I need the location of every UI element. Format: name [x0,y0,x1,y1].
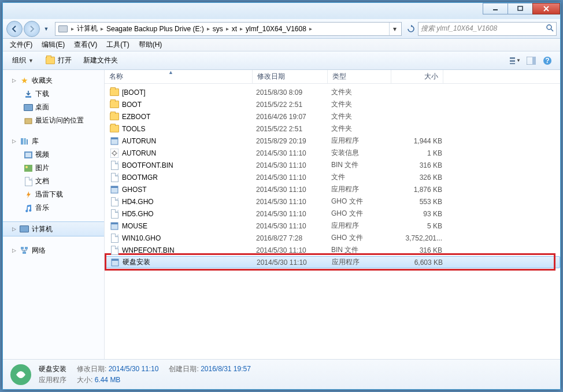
svg-rect-31 [112,259,118,261]
file-name: EZBOOT [122,113,256,121]
document-icon [24,177,33,186]
svg-rect-7 [532,57,536,65]
column-date[interactable]: 修改日期 [253,70,328,83]
file-date: 2016/4/26 19:07 [256,113,331,121]
file-row[interactable]: TOOLS2015/5/22 2:51文件夹 [105,123,560,135]
file-size: 6,603 KB [395,258,443,267]
file-date: 2014/5/30 11:10 [256,161,331,169]
file-size: 553 KB [395,198,442,206]
address-bar[interactable]: ▸ 计算机 ▸ Seagate Backup Plus Drive (E:) ▸… [55,22,402,36]
navigation-pane: ▷★收藏夹 下载 桌面 最近访问的位置 ▷库 视频 图片 文档 迅雷下载 音乐 … [3,70,105,359]
svg-rect-4 [510,60,515,62]
file-row[interactable]: [BOOT]2015/8/30 8:09文件夹 [105,86,560,98]
menu-edit[interactable]: 编辑(E) [37,40,69,50]
file-row[interactable]: 硬盘安装2014/5/30 11:10应用程序6,603 KB [105,256,560,268]
file-icon [109,197,120,207]
file-row[interactable]: HD5.GHO2014/5/30 11:10GHO 文件93 KB [105,208,560,220]
navigation-bar: ▼ ▸ 计算机 ▸ Seagate Backup Plus Drive (E:)… [3,19,560,39]
forward-button[interactable] [24,21,40,37]
details-created: 2016/8/31 19:57 [201,365,251,373]
svg-text:?: ? [545,57,549,65]
close-button[interactable] [532,3,560,14]
svg-point-18 [25,166,28,168]
file-name: BOOTFONT.BIN [122,161,256,169]
file-row[interactable]: GHOST2014/5/30 11:10应用程序1,876 KB [105,183,560,195]
sidebar-item-pictures[interactable]: 图片 [3,161,104,175]
back-button[interactable] [6,21,23,37]
sidebar-item-thunder[interactable]: 迅雷下载 [3,188,104,201]
file-icon [109,136,120,146]
file-size: 1,944 KB [395,137,442,145]
sidebar-favorites[interactable]: ▷★收藏夹 [3,73,104,87]
sidebar-item-downloads[interactable]: 下载 [3,87,104,101]
sidebar-item-recent[interactable]: 最近访问的位置 [3,114,104,127]
menu-file[interactable]: 文件(F) [5,40,37,50]
sidebar-network[interactable]: ▷网络 [3,243,104,257]
file-rows: [BOOT]2015/8/30 8:09文件夹BOOT2015/5/22 2:5… [105,84,560,359]
file-type: 文件夹 [331,87,395,97]
sidebar-computer[interactable]: ▷计算机 [3,221,104,236]
file-icon [109,184,120,195]
file-size: 1,876 KB [395,186,442,194]
search-icon[interactable] [546,24,554,34]
file-date: 2014/5/30 11:10 [256,246,331,254]
file-type: 应用程序 [331,136,395,146]
file-date: 2015/5/22 2:51 [256,101,331,109]
file-row[interactable]: MOUSE2014/5/30 11:10应用程序5 KB [105,220,560,232]
new-folder-button[interactable]: 新建文件夹 [77,53,124,68]
view-options-button[interactable]: ▼ [509,55,521,66]
open-icon [45,56,55,66]
file-row[interactable]: BOOT2015/5/22 2:51文件夹 [105,98,560,110]
menu-help[interactable]: 帮助(H) [134,40,167,50]
file-name: AUTORUN [122,149,256,157]
file-row[interactable]: BOOTMGR2014/5/30 11:10文件326 KB [105,171,560,183]
file-list-pane: ▲ 名称 修改日期 类型 大小 [BOOT]2015/8/30 8:09文件夹B… [105,70,560,359]
history-dropdown[interactable]: ▼ [41,23,51,35]
file-row[interactable]: BOOTFONT.BIN2014/5/30 11:10BIN 文件316 KB [105,159,560,171]
column-size[interactable]: 大小 [391,70,443,83]
file-row[interactable]: WNPEFONT.BIN2014/5/30 11:10BIN 文件316 KB [105,244,560,256]
file-row[interactable]: EZBOOT2016/4/26 19:07文件夹 [105,110,560,123]
file-type: 文件夹 [331,99,395,109]
video-icon [24,150,33,160]
download-icon [24,90,33,99]
file-row[interactable]: AUTORUN2014/5/30 11:10安装信息1 KB [105,147,560,159]
breadcrumb-item[interactable]: Seagate Backup Plus Drive (E:) [105,25,205,33]
file-row[interactable]: AUTORUN2015/8/29 20:19应用程序1,944 KB [105,135,560,147]
file-type: GHO 文件 [331,197,395,206]
sidebar-item-music[interactable]: 音乐 [3,201,104,215]
refresh-button[interactable] [404,22,418,36]
search-input[interactable]: 搜索 ylmf_10X64_V1608 [418,22,557,36]
file-row[interactable]: WIN10.GHO2016/8/27 7:28GHO 文件3,752,201..… [105,232,560,244]
minimize-button[interactable] [483,3,508,14]
preview-pane-button[interactable] [525,55,537,66]
breadcrumb-item[interactable]: 计算机 [76,24,99,34]
column-name[interactable]: 名称 [105,70,253,83]
file-date: 2014/5/30 11:10 [256,198,331,206]
breadcrumb-item[interactable]: sys [212,25,224,33]
column-type[interactable]: 类型 [328,70,391,83]
svg-rect-0 [493,9,498,10]
help-button[interactable]: ? [542,55,553,66]
explorer-window: ▼ ▸ 计算机 ▸ Seagate Backup Plus Drive (E:)… [2,2,561,390]
menu-tools[interactable]: 工具(T) [102,40,134,50]
sidebar-libraries[interactable]: ▷库 [3,134,104,148]
file-type: 文件夹 [331,124,395,134]
organize-button[interactable]: 组织▼ [6,53,39,68]
breadcrumb-item[interactable]: ylmf_10X64_V1608 [245,25,308,33]
sidebar-item-documents[interactable]: 文档 [3,175,104,188]
sidebar-item-videos[interactable]: 视频 [3,148,104,161]
details-icon [9,363,33,387]
file-date: 2014/5/30 11:10 [256,222,331,230]
file-type: 应用程序 [331,221,395,231]
breadcrumb-item[interactable]: xt [231,25,238,33]
open-button[interactable]: 打开 [39,53,77,68]
maximize-button[interactable] [508,3,533,14]
file-icon [109,209,120,219]
menu-view[interactable]: 查看(V) [69,40,102,50]
file-icon [109,148,120,158]
file-row[interactable]: HD4.GHO2014/5/30 11:10GHO 文件553 KB [105,195,560,208]
network-icon [19,245,29,256]
breadcrumb-dropdown[interactable]: ▾ [389,23,400,35]
sidebar-item-desktop[interactable]: 桌面 [3,101,104,114]
